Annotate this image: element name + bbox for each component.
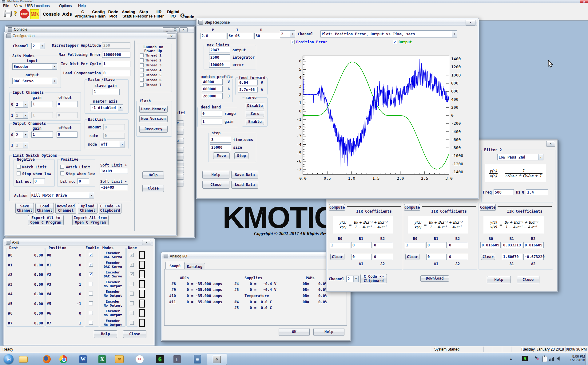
thread-2-checkbox[interactable]: [140, 58, 144, 62]
ff-a-field[interactable]: 8.7e-05: [238, 87, 258, 92]
servo-enable-button[interactable]: Enable: [246, 119, 264, 125]
output-ch0-offset[interactable]: 0: [57, 131, 77, 138]
iir-panel-1-b2-field[interactable]: 0: [448, 242, 468, 248]
toolbar-axis[interactable]: Axis: [60, 9, 74, 19]
axis-row-1-enable-checkbox[interactable]: ✔: [89, 263, 93, 267]
taskbar-icon-snipping[interactable]: ✂: [132, 355, 147, 364]
ccode-clipboard-button[interactable]: C Code ->Clipboard: [99, 203, 121, 214]
iir-panel-0-compute-button[interactable]: Compute: [329, 204, 345, 211]
iir-panel-1-a1-field[interactable]: 0: [426, 254, 447, 260]
dead-gain-field[interactable]: 1: [201, 119, 222, 124]
i-field[interactable]: 6e-06: [227, 33, 253, 39]
neg-stop-low-checkbox[interactable]: [17, 171, 21, 175]
save-channel-button[interactable]: SaveChannel: [15, 203, 34, 214]
import-all-button[interactable]: Import All fromOpen C Program: [72, 215, 109, 225]
inv-dist-field[interactable]: 1: [102, 61, 130, 67]
configuration-titlebar[interactable]: Configuration: [5, 33, 176, 39]
iir-channel-select[interactable]: 2▼: [346, 276, 359, 282]
analog-help-button[interactable]: Help: [313, 328, 344, 336]
toolbar-console[interactable]: Console: [42, 9, 60, 19]
thread-6-checkbox[interactable]: [140, 78, 144, 82]
menu-help[interactable]: Help: [76, 3, 88, 9]
action-select[interactable]: Kill Motor Drive▼: [30, 192, 94, 198]
filter2-type-select[interactable]: Low Pass 2nd▼: [497, 154, 543, 160]
step-channel-select[interactable]: 2▼: [280, 30, 295, 37]
toolbar-c-program[interactable]: CProgram: [74, 9, 91, 19]
console-restore-button[interactable]: ❐: [171, 27, 179, 32]
toolbar-config-flash[interactable]: Config& Flash: [90, 9, 107, 19]
thread-1-checkbox[interactable]: [140, 53, 144, 57]
p-field[interactable]: 2.8: [200, 33, 226, 39]
feedhold-button[interactable]: FEEDHOLD: [30, 9, 39, 19]
analog-tab-snap0[interactable]: Snap0: [165, 262, 185, 270]
toolbar-step-response[interactable]: StepResponse: [134, 9, 153, 19]
new-version-button[interactable]: New Version: [139, 115, 168, 122]
iir-panel-2-a2-field[interactable]: -0.673229: [523, 254, 544, 260]
iir-panel-2-b0-field[interactable]: 0.016609: [480, 242, 501, 248]
channel-select[interactable]: 2▼: [31, 43, 45, 49]
dead-range-field[interactable]: 0: [201, 111, 222, 116]
tray-clipboard-icon[interactable]: [542, 356, 547, 362]
position-error-checkbox[interactable]: ✔: [291, 40, 295, 44]
axis-titlebar[interactable]: Axis: [4, 239, 153, 245]
taskbar-icon-calculator[interactable]: ▦: [190, 355, 205, 364]
max-integrator-field[interactable]: 2500: [209, 54, 230, 60]
config-help-button[interactable]: Help: [142, 171, 164, 179]
iir-close-button2[interactable]: Close: [517, 276, 539, 283]
axis-row-6-enable-checkbox[interactable]: [89, 311, 93, 315]
load-channel-button[interactable]: LoadChannel: [35, 203, 54, 214]
taskbar-icon-word[interactable]: W: [76, 355, 90, 364]
thread-3-checkbox[interactable]: [140, 63, 144, 67]
slave-gain-field[interactable]: 1: [93, 89, 120, 95]
menu-options[interactable]: Options: [57, 3, 74, 9]
step-help-button[interactable]: Help: [202, 171, 229, 179]
neg-watch-limit-checkbox[interactable]: [17, 165, 21, 169]
step-close-button[interactable]: Close: [202, 181, 229, 189]
iir-panel-2-compute-button[interactable]: Compute: [480, 204, 496, 211]
motion-v-field[interactable]: 40000: [202, 79, 223, 85]
backlash-mode-select[interactable]: off▼: [100, 141, 125, 147]
console-minimize-button[interactable]: ▁: [163, 27, 171, 32]
menu-file[interactable]: File: [1, 3, 11, 9]
tray-status-icon[interactable]: G: [522, 356, 528, 361]
freq-field[interactable]: 500: [494, 189, 514, 195]
tray-flag-icon[interactable]: ⚑✕: [534, 355, 538, 360]
pos-stop-low-checkbox[interactable]: [60, 171, 64, 175]
iir-panel-1-b0-field[interactable]: 1: [405, 242, 425, 248]
step-response-titlebar[interactable]: Step Response: [197, 19, 477, 26]
menu-view[interactable]: View: [12, 3, 24, 9]
analog-tab-kanalog[interactable]: Kanalog: [184, 263, 205, 270]
iir-panel-0-b0-field[interactable]: 1: [330, 242, 350, 248]
taskbar-icon-explorer[interactable]: [16, 355, 31, 364]
iir-help-button[interactable]: Help: [487, 276, 511, 283]
config-close-button[interactable]: Close: [142, 185, 164, 192]
max-error-field[interactable]: 100000: [209, 62, 230, 68]
iir-ccode-button[interactable]: C Code ->Clipboard: [360, 274, 387, 283]
configuration-close-button[interactable]: ✕: [167, 33, 176, 39]
toolbar-iir-filter[interactable]: IIRFilter: [153, 9, 165, 19]
soft-limit-plus-field[interactable]: 1e+09: [100, 168, 128, 174]
step-response-close-button[interactable]: ✕: [466, 20, 475, 26]
axis-row-3-enable-checkbox[interactable]: [89, 282, 93, 286]
thread-4-checkbox[interactable]: [140, 68, 144, 72]
iir-panel-2-clear-button[interactable]: Clear: [481, 254, 495, 260]
toolbar-digital-io[interactable]: DigitalI/O: [166, 9, 180, 19]
iir-panel-0-a1-field[interactable]: 0: [351, 254, 371, 260]
iir-panel-1-clear-button[interactable]: Clear: [405, 254, 419, 260]
step-time-field[interactable]: 3: [210, 137, 231, 143]
iir-close-button[interactable]: ✕: [546, 141, 555, 147]
axis-row-4-enable-checkbox[interactable]: [89, 292, 93, 296]
axis-close-button[interactable]: ✕: [142, 240, 151, 245]
max-following-error-field[interactable]: 10000000: [102, 52, 130, 58]
motion-j-field[interactable]: 280000: [202, 93, 223, 99]
iir-panel-2-a1-field[interactable]: 1.60679: [502, 254, 522, 260]
input-ch0-gain[interactable]: 1: [31, 101, 53, 107]
iir-panel-1-a2-field[interactable]: 0: [448, 254, 468, 260]
iir-download-button[interactable]: Download: [420, 275, 449, 282]
download-channel-button[interactable]: DownloadChannel: [55, 203, 76, 214]
motion-a-field[interactable]: 600000: [202, 86, 223, 92]
step-button[interactable]: Step: [234, 152, 248, 159]
iir-panel-1-compute-button[interactable]: Compute: [404, 204, 420, 211]
neg-bit-field[interactable]: 0: [33, 178, 45, 184]
analog-titlebar[interactable]: Analog I/O: [162, 253, 349, 259]
